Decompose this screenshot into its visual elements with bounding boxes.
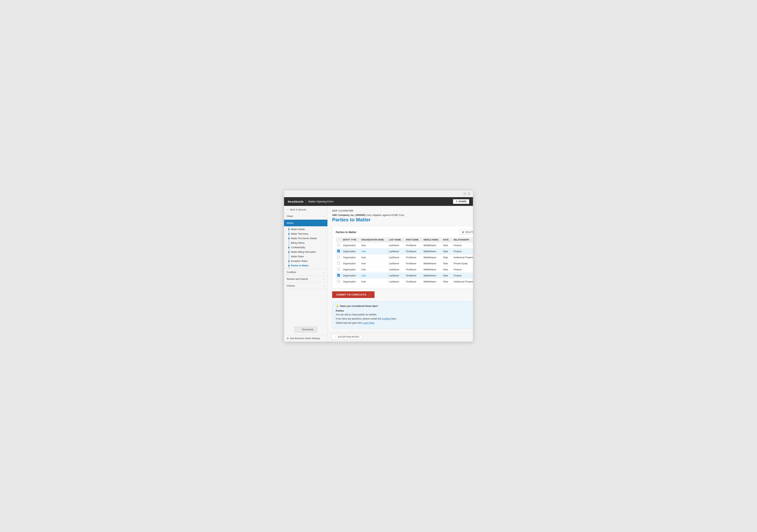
sidebar-section-checks-label: Checks: [287, 284, 295, 287]
sidebar-section-review-label: Review and Submit: [287, 278, 308, 280]
empty-dot: [288, 256, 289, 257]
back-label: Back to Queues: [290, 208, 306, 211]
sidebar-item-confidentiality-label: Confidentiality: [291, 246, 305, 249]
matter-subtitle: ABC Company, Inc. (000000) Corp Litigati…: [332, 214, 473, 216]
sidebar-item-matter-taxonomy-label: Matter Taxonomy: [291, 233, 308, 235]
cell-first-name: FirstName: [405, 266, 422, 273]
col-org-name: ORGANIZATION NAME ↕: [360, 237, 387, 242]
sidebar-item-matter-fee-earner-label: Matter Fee Earner Details: [291, 237, 317, 240]
mof-number: MOF #1234567890: [332, 209, 473, 212]
sidebar-matter-items: Matter Details Matter Taxonomy Matter Fe…: [284, 226, 327, 269]
table-row: OrganizationAutoLastNameFirstNameMiddleN…: [336, 266, 473, 273]
table-row: OrganizationAutoLastNameFirstNameMiddleN…: [336, 261, 473, 266]
sidebar-item-matter-rates[interactable]: Matter Rates: [284, 254, 327, 259]
tips-text2-after: team.: [391, 318, 397, 320]
row-checkbox[interactable]: [337, 274, 340, 277]
col-middle-name: MIDDLE NAME ↕: [422, 237, 442, 242]
col-first-name: FIRST NAME ↕: [405, 237, 422, 242]
chevron-down-icon: ⌄: [323, 278, 325, 280]
col-relationship: RELATIONSHIP ↕: [452, 237, 473, 242]
cell-rate: Rate: [442, 242, 452, 248]
row-checkbox[interactable]: [337, 256, 340, 259]
sidebar-item-confidentiality[interactable]: Confidentiality: [284, 245, 327, 250]
cell-first-name: FirstName: [405, 254, 422, 261]
tips-conflicts-link[interactable]: Conflicts: [382, 318, 391, 320]
titlebar-btn-2: [468, 192, 470, 195]
table-body: OrganizationAutoLastNameFirstNameMiddleN…: [336, 242, 473, 285]
sidebar-item-parties-to-matter[interactable]: Parties to Matter: [284, 263, 327, 268]
col-last-name: LAST NAME ↕: [387, 237, 404, 242]
sidebar-section-review-header[interactable]: Review and Submit ⌄: [284, 276, 327, 282]
cell-relationship: Finance: [452, 273, 473, 279]
cell-first-name: FirstName: [405, 273, 422, 279]
sidebar: ← Back to Queues Client ⌄ Matter ⌃: [284, 206, 328, 342]
sidebar-section-client-header[interactable]: Client ⌄: [284, 213, 327, 219]
tips-card: 💡 Have you considered these tips? Partie…: [332, 301, 473, 328]
card-actions: 🗑 DELETE + ADD PARTY 🔍: [460, 230, 473, 235]
table-row: OrganizationAutoLastNameFirstNameMiddleN…: [336, 254, 473, 261]
cell-relationship: Finance: [452, 248, 473, 254]
back-nav-button[interactable]: ← EXCEPTION RATES: [331, 334, 362, 340]
matter-name-bold: ABC Company, Inc. (000000): [332, 214, 365, 216]
cell-middle-name: MiddleName: [422, 273, 442, 279]
cell-org-name[interactable]: Auto: [360, 248, 387, 254]
cell-entity-type: Organization: [341, 273, 360, 279]
cell-org-name: Auto: [360, 266, 387, 273]
cell-org-name[interactable]: Auto: [360, 273, 387, 279]
settings-row[interactable]: ⚙ New Business Intake Settings: [284, 335, 327, 342]
cell-middle-name: MiddleName: [422, 242, 442, 248]
sidebar-section-conflicts-header[interactable]: Conflicts ⌄: [284, 269, 327, 275]
cell-relationship: Finance: [452, 242, 473, 248]
tips-text1: You can add as many parties as needed.: [336, 313, 473, 316]
cell-middle-name: MiddleName: [422, 254, 442, 261]
sidebar-section-matter: Matter ⌃ Matter Details Matter Taxonomy: [284, 220, 327, 269]
back-to-queues[interactable]: ← Back to Queues: [284, 206, 327, 213]
cell-rate: Rate: [442, 254, 452, 261]
sidebar-item-matter-fee-earner[interactable]: Matter Fee Earner Details: [284, 236, 327, 241]
cell-rate: Rate: [442, 279, 452, 285]
row-checkbox[interactable]: [337, 244, 340, 246]
page-title: Parties to Matter: [332, 217, 473, 223]
sidebar-item-matter-taxonomy[interactable]: Matter Taxonomy: [284, 232, 327, 236]
col-rate: RATE ↕: [442, 237, 452, 242]
sidebar-section-matter-label: Matter: [287, 222, 294, 224]
row-checkbox[interactable]: [337, 250, 340, 252]
row-checkbox[interactable]: [337, 262, 340, 265]
tips-title: 💡 Have you considered these tips?: [336, 305, 473, 307]
logo: ReedSmith: [288, 200, 304, 203]
cell-last-name: LastName: [387, 279, 404, 285]
cell-last-name: LastName: [387, 242, 404, 248]
sidebar-section-conflicts-label: Conflicts: [287, 271, 296, 273]
cell-middle-name: MiddleName: [422, 266, 442, 273]
cell-last-name: LastName: [387, 261, 404, 266]
sidebar-item-billing-address[interactable]: Billing Adress: [284, 241, 327, 245]
settings-icon: ⚙: [287, 337, 289, 340]
chevron-up-icon: ⌃: [323, 222, 325, 224]
sidebar-item-matter-billing-label: Matter Billing Information: [291, 251, 316, 253]
sidebar-section-checks-header[interactable]: Checks ⌄: [284, 282, 327, 289]
cell-org-name: Auto: [360, 254, 387, 261]
documents-button[interactable]: 📄 Documents: [294, 327, 317, 332]
dot-icon: [288, 229, 289, 230]
sidebar-item-matter-billing[interactable]: Matter Billing Information: [284, 250, 327, 254]
sidebar-section-matter-header[interactable]: Matter ⌃: [284, 220, 327, 226]
cell-relationship: Private Equity: [452, 261, 473, 266]
sidebar-item-matter-rates-label: Matter Rates: [291, 255, 304, 258]
submit-to-conflicts-button[interactable]: SUBMIT TO CONFLICTS →: [332, 291, 375, 298]
tips-text2-before: If you have any questions, please contac…: [336, 318, 382, 320]
tips-learn-more-link[interactable]: Learn More: [363, 322, 374, 324]
dot-icon: [288, 251, 289, 253]
tips-section-title: Parties: [336, 309, 473, 312]
dot-icon: [288, 261, 289, 262]
row-checkbox[interactable]: [337, 280, 340, 283]
app-header: ReedSmith Matter Opening Form ⇧ SHARE: [284, 197, 473, 206]
share-button[interactable]: ⇧ SHARE: [453, 199, 469, 204]
delete-button[interactable]: 🗑 DELETE: [460, 230, 473, 235]
sidebar-item-exception-rates[interactable]: Exception Rates: [284, 259, 327, 263]
row-checkbox[interactable]: [337, 268, 340, 270]
lightbulb-icon: 💡: [336, 305, 339, 307]
sidebar-item-matter-details[interactable]: Matter Details: [284, 227, 327, 232]
sidebar-item-parties-label: Parties to Matter: [291, 264, 309, 267]
cell-relationship: Intellectual Property: [452, 279, 473, 285]
cell-rate: Rate: [442, 273, 452, 279]
